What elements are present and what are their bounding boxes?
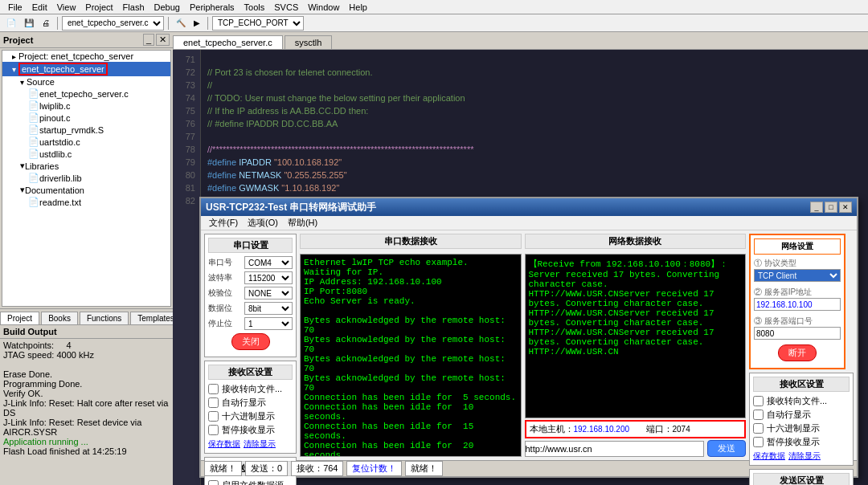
tree-lib-file[interactable]: 📄 driverlib.lib [2, 172, 170, 184]
net-cb1[interactable] [753, 396, 764, 406]
tree-file-3[interactable]: 📄 pinout.c [2, 112, 170, 124]
project-minimize[interactable]: _ [143, 34, 154, 46]
file-icon-2: 📄 [28, 100, 39, 111]
net-send-btn[interactable]: 发送 [707, 440, 746, 457]
stopbits-select[interactable]: 1 [244, 317, 293, 330]
build-btn[interactable]: 🔨 [173, 17, 189, 29]
net-save-link[interactable]: 保存数据 [753, 450, 785, 462]
project-area: Project _ ✕ ▸ Project: enet_tcpecho_serv… [0, 32, 173, 308]
net-send-input[interactable] [525, 441, 705, 457]
tree-file-2[interactable]: 📄 lwiplib.c [2, 100, 170, 112]
file-label-5: uartstdio.c [39, 137, 80, 147]
debug-btn[interactable]: ▶ [190, 17, 203, 29]
tree-project-root[interactable]: ▸ Project: enet_tcpecho_server [2, 51, 170, 62]
local-port[interactable] [673, 425, 705, 434]
left-panel: Project _ ✕ ▸ Project: enet_tcpecho_serv… [0, 32, 173, 485]
baud-select[interactable]: 115200 [244, 271, 293, 284]
tab-functions[interactable]: Functions [80, 312, 129, 324]
sep2 [168, 17, 169, 30]
print-btn[interactable]: 🖨 [39, 17, 53, 29]
tree-docs[interactable]: ▾ Documentation [2, 184, 170, 196]
server-port-input[interactable] [754, 327, 841, 340]
tree-file-6[interactable]: 📄 ustdlib.c [2, 148, 170, 160]
net-clear-link[interactable]: 清除显示 [788, 450, 821, 462]
serial-cb2-row: 自动行显示 [208, 397, 293, 409]
dialog-minimize[interactable]: _ [810, 202, 823, 213]
dialog-reset-btn[interactable]: 复位计数！ [346, 461, 402, 476]
save-btn[interactable]: 💾 [21, 17, 37, 29]
serial-clear-link[interactable]: 清除显示 [244, 438, 276, 450]
dialog-maximize[interactable]: □ [825, 202, 837, 213]
protocol-select[interactable]: TCP Client [754, 269, 841, 282]
file-icon-5: 📄 [28, 137, 39, 147]
dialog-menu-file[interactable]: 文件(F) [204, 216, 243, 230]
tree-file-1[interactable]: 📄 enet_tcpecho_server.c [2, 88, 170, 100]
local-host-ip[interactable] [574, 425, 646, 434]
serial-cb1[interactable] [208, 384, 219, 394]
menu-flash[interactable]: Flash [118, 2, 149, 13]
config-combo[interactable]: TCP_ECHO_PORT [212, 16, 304, 31]
menu-debug[interactable]: Debug [149, 2, 185, 13]
parity-select[interactable]: NONE [244, 287, 293, 300]
net-connect-btn[interactable]: 断开 [778, 344, 817, 361]
dialog-recv-count: 接收：764 [291, 461, 343, 476]
dialog-menu-options[interactable]: 选项(O) [243, 216, 283, 230]
tree-source[interactable]: ▾ Source [2, 76, 170, 88]
dialog-close[interactable]: ✕ [839, 202, 852, 213]
sep1 [57, 17, 58, 30]
project-close[interactable]: ✕ [156, 34, 170, 46]
menu-svcs[interactable]: SVCS [269, 2, 303, 13]
serial-panel-title: 串口设置 [208, 238, 293, 253]
menu-file[interactable]: File [3, 2, 27, 13]
tree-file-5[interactable]: 📄 uartstdio.c [2, 136, 170, 148]
menu-window[interactable]: Window [303, 2, 344, 13]
serial-cb4[interactable] [208, 425, 219, 435]
databits-select[interactable]: 8bit [244, 302, 293, 315]
net-cb1-row: 接收转向文件... [753, 395, 850, 407]
tree-libraries[interactable]: ▾ Libraries [2, 160, 170, 172]
tab-project[interactable]: Project [0, 312, 39, 324]
protocol-section: ① 协议类型 TCP Client [754, 258, 841, 282]
serial-recv-area[interactable]: Ethernet lwIP TCP echo example. Waiting … [300, 254, 522, 457]
net-recv-column: 网络数据接收 【Receive from 192.168.10.100：8080… [525, 234, 747, 457]
tab-enet[interactable]: enet_tcpecho_server.c [173, 35, 283, 49]
net-cb2-row: 自动行显示 [753, 409, 850, 421]
serial-cb2[interactable] [208, 397, 219, 408]
server-ip-input[interactable] [754, 298, 841, 311]
serial-cb3[interactable] [208, 411, 219, 422]
net-recv-area[interactable]: 【Receive from 192.168.10.100：8080】： Serv… [525, 254, 747, 418]
net-recv-settings: 接收区设置 接收转向文件... 自动行显示 十六进制显示 暂停接收显示 [749, 373, 854, 466]
serial-connect-btn[interactable]: 关闭 [231, 333, 270, 350]
file-label-1: enet_tcpecho_server.c [39, 89, 129, 99]
net-cb2[interactable] [753, 410, 764, 420]
menu-tools[interactable]: Tools [240, 2, 270, 13]
serial-save-link[interactable]: 保存数据 [208, 438, 240, 450]
serial-recv-settings: 接收区设置 接收转向文件... 自动行显示 十六进制显示 暂停接收显示 [204, 361, 297, 454]
menu-edit[interactable]: Edit [27, 2, 52, 13]
serial-cb1-row: 接收转向文件... [208, 383, 293, 395]
net-settings-panel: 网络设置 ① 协议类型 TCP Client ② 服务器IP地址 ③ 服务器端口… [749, 234, 845, 369]
new-btn[interactable]: 📄 [3, 17, 19, 29]
tree-readme[interactable]: 📄 readme.txt [2, 196, 170, 208]
file-combo[interactable]: enet_tcpecho_server.c [62, 16, 164, 31]
dialog-body: 串口设置 串口号 COM4 波特率 115200 校验位 NONE [201, 230, 857, 460]
menu-view[interactable]: View [52, 2, 81, 13]
tab-books[interactable]: Books [41, 312, 78, 324]
tree-server[interactable]: ▾ enet_tcpecho_server [2, 62, 170, 76]
serial-recv-title: 接收区设置 [208, 365, 293, 380]
menu-peripherals[interactable]: Peripherals [185, 2, 240, 13]
menu-help[interactable]: Help [344, 2, 372, 13]
serial-send-cb1[interactable] [208, 480, 219, 485]
tree-file-4[interactable]: 📄 startup_rvmdk.S [2, 124, 170, 136]
dialog-menu-help[interactable]: 帮助(H) [283, 216, 322, 230]
tab-sysctl[interactable]: sysctlh [285, 35, 333, 49]
net-cb4[interactable] [753, 437, 764, 447]
serial-cb4-row: 暂停接收显示 [208, 424, 293, 436]
menu-project[interactable]: Project [80, 2, 117, 13]
databits-row: 数据位 8bit [208, 302, 293, 315]
file-label-2: lwiplib.c [39, 101, 71, 111]
port-select[interactable]: COM4 [244, 256, 293, 269]
net-cb3[interactable] [753, 423, 764, 434]
protocol-label: ① 协议类型 [754, 258, 841, 269]
net-cb4-label: 暂停接收显示 [767, 436, 820, 448]
